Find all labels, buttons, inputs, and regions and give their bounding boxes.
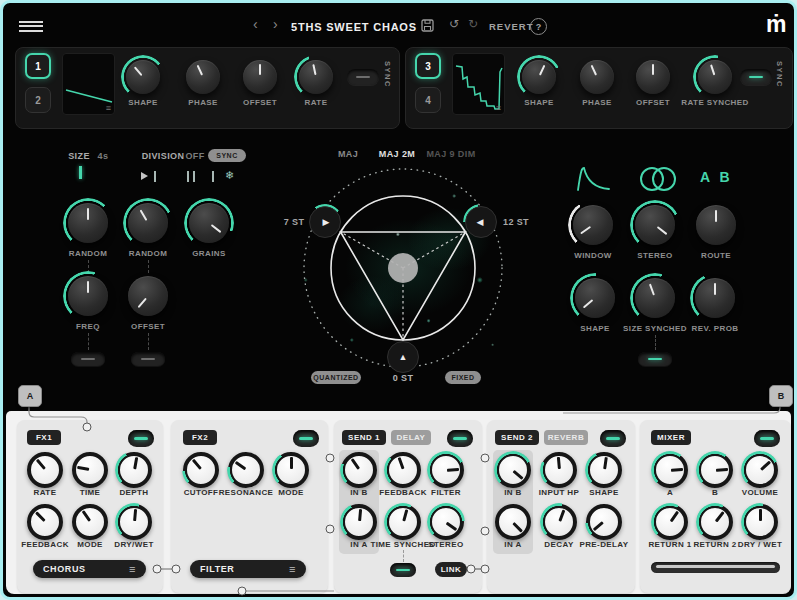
window-knob[interactable]: [573, 205, 613, 245]
fx1-time-knob[interactable]: [72, 452, 108, 488]
lfo3-shape-knob[interactable]: [522, 60, 556, 94]
fx2-resonance-knob[interactable]: [228, 452, 264, 488]
route-knob[interactable]: [696, 205, 736, 245]
help-button[interactable]: ?: [530, 18, 547, 35]
random-knob-1[interactable]: [68, 203, 108, 243]
fx1-type-selector[interactable]: CHORUS ≡: [33, 560, 146, 578]
send1-feedback-knob[interactable]: [385, 452, 421, 488]
route-ab-label[interactable]: A B: [700, 169, 733, 185]
send2-decay-knob[interactable]: [541, 504, 577, 540]
lfo1-shape-knob[interactable]: [126, 60, 160, 94]
freq-sync-toggle[interactable]: [71, 352, 105, 366]
lfo1-offset-knob[interactable]: [243, 60, 277, 94]
pitch-node-right[interactable]: ◀: [465, 206, 497, 238]
offset-knob[interactable]: [128, 276, 168, 316]
lfo3-rate-knob[interactable]: [698, 60, 732, 94]
freq-knob[interactable]: [68, 276, 108, 316]
waveform-menu-icon[interactable]: ≡: [106, 104, 111, 113]
send2-enable-toggle[interactable]: [600, 430, 626, 447]
send1-link-button[interactable]: LINK: [435, 562, 467, 577]
patch-node[interactable]: [326, 525, 335, 534]
patch-node[interactable]: [153, 565, 162, 574]
patch-node[interactable]: [481, 454, 490, 463]
grains-knob[interactable]: [189, 203, 229, 243]
patch-node[interactable]: [481, 527, 490, 536]
send1-stereo-knob[interactable]: [428, 504, 464, 540]
mixer-b-knob[interactable]: [697, 452, 733, 488]
redo-icon[interactable]: ↻: [468, 17, 478, 31]
stereo-circles-icon[interactable]: [637, 165, 679, 193]
fx2-cutoff-knob[interactable]: [183, 452, 219, 488]
send1-time-synched-knob[interactable]: [385, 504, 421, 540]
fx1-depth-knob[interactable]: [116, 452, 152, 488]
send1-enable-toggle[interactable]: [447, 430, 473, 447]
lfo-tab-1[interactable]: 1: [25, 53, 51, 79]
window-shape-icon[interactable]: [576, 165, 612, 193]
division-tick[interactable]: [193, 171, 195, 182]
next-preset-button[interactable]: ›: [273, 16, 278, 32]
shape-knob[interactable]: [575, 278, 615, 318]
send2-in-a-knob[interactable]: [495, 504, 531, 540]
send2-input-hp-knob[interactable]: [541, 452, 577, 488]
lfo1-rate-knob[interactable]: [299, 60, 333, 94]
routing-b-badge[interactable]: B: [769, 385, 793, 407]
division-play-icon[interactable]: [141, 172, 148, 180]
lfo-tab-4[interactable]: 4: [415, 87, 441, 113]
send2-pre-delay-knob[interactable]: [586, 504, 622, 540]
mixer-a-knob[interactable]: [652, 452, 688, 488]
hamburger-menu-icon[interactable]: [19, 18, 43, 34]
send1-filter-knob[interactable]: [428, 452, 464, 488]
division-tick[interactable]: [154, 171, 156, 182]
mixer-volume-knob[interactable]: [742, 452, 778, 488]
waveform-menu-icon[interactable]: ≡: [496, 104, 501, 113]
lfo3-phase-knob[interactable]: [580, 60, 614, 94]
freeze-icon[interactable]: ❄: [225, 169, 234, 182]
patch-node[interactable]: [326, 454, 335, 463]
pitch-node-left[interactable]: ▶: [309, 206, 341, 238]
send1-time-sync-toggle[interactable]: [390, 563, 416, 577]
fx1-feedback-knob[interactable]: [27, 504, 63, 540]
lfo1-sync-toggle[interactable]: [347, 69, 379, 85]
fx2-mode-knob[interactable]: [273, 452, 309, 488]
size-sync-toggle[interactable]: [638, 352, 672, 366]
size-slider[interactable]: [79, 166, 82, 179]
send2-in-b-knob[interactable]: [495, 452, 531, 488]
lfo-tab-3[interactable]: 3: [415, 53, 441, 79]
mixer-width-slider[interactable]: [651, 562, 780, 573]
send2-shape-knob[interactable]: [586, 452, 622, 488]
pitch-node-bottom[interactable]: ▲: [387, 341, 419, 373]
send1-type-badge[interactable]: DELAY: [391, 430, 431, 445]
lfo1-phase-knob[interactable]: [186, 60, 220, 94]
lfo1-waveform-display[interactable]: ≡: [62, 53, 115, 115]
size-synched-knob[interactable]: [635, 278, 675, 318]
division-sync-option[interactable]: SYNC: [208, 149, 246, 162]
patch-node[interactable]: [481, 565, 490, 574]
offset-sync-toggle[interactable]: [131, 352, 165, 366]
revert-button[interactable]: REVERT: [489, 21, 534, 32]
fx2-enable-toggle[interactable]: [293, 430, 319, 447]
patch-node[interactable]: [172, 565, 181, 574]
mixer-enable-toggle[interactable]: [754, 430, 780, 447]
lfo3-offset-knob[interactable]: [636, 60, 670, 94]
random-knob-2[interactable]: [128, 203, 168, 243]
lfo3-sync-toggle[interactable]: [740, 69, 772, 85]
send1-in-a-knob[interactable]: [341, 504, 377, 540]
fx2-type-selector[interactable]: FILTER ≡: [190, 560, 306, 578]
lfo-tab-2[interactable]: 2: [25, 87, 51, 113]
fx1-mode-knob[interactable]: [72, 504, 108, 540]
fx1-enable-toggle[interactable]: [128, 430, 154, 447]
division-off-option[interactable]: OFF: [185, 151, 204, 161]
patch-node[interactable]: [83, 423, 92, 432]
save-icon[interactable]: [421, 19, 434, 32]
routing-a-badge[interactable]: A: [18, 385, 42, 407]
fx1-rate-knob[interactable]: [27, 452, 63, 488]
stereo-knob[interactable]: [635, 205, 675, 245]
fx1-drywet-knob[interactable]: [116, 504, 152, 540]
mixer-drywet-knob[interactable]: [742, 504, 778, 540]
lfo3-waveform-display[interactable]: ≡: [452, 53, 505, 115]
division-tick[interactable]: [187, 171, 189, 182]
division-tick[interactable]: [212, 171, 214, 182]
mixer-return1-knob[interactable]: [652, 504, 688, 540]
send1-in-b-knob[interactable]: [341, 452, 377, 488]
mixer-return2-knob[interactable]: [697, 504, 733, 540]
